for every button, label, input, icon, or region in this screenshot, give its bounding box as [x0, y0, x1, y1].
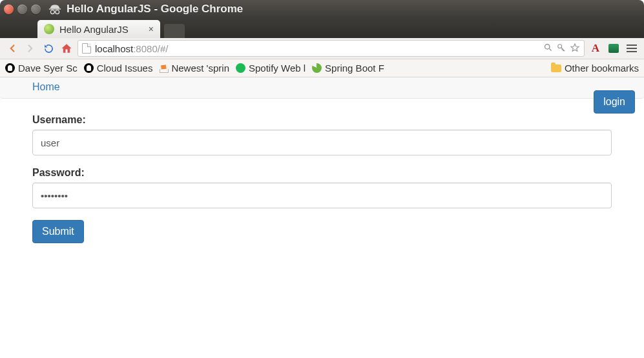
- bookmark-item[interactable]: Newest 'sprin: [159, 63, 229, 74]
- bookmark-item[interactable]: Dave Syer Sc: [5, 63, 78, 74]
- username-group: Username:: [32, 114, 612, 155]
- svg-point-1: [50, 10, 54, 14]
- tab-favicon-icon: [44, 24, 54, 34]
- bookmark-item[interactable]: Spring Boot F: [312, 63, 384, 74]
- window-minimize-button[interactable]: [17, 5, 27, 14]
- password-input[interactable]: [32, 183, 612, 208]
- tab-close-button[interactable]: ×: [149, 24, 154, 34]
- submit-button[interactable]: Submit: [32, 220, 84, 243]
- url-rest: :8080/#/: [133, 43, 168, 54]
- window-close-button[interactable]: [4, 5, 14, 14]
- back-button[interactable]: [5, 41, 19, 55]
- window-titlebar: Hello AngularJS - Google Chrome: [0, 0, 644, 18]
- chrome-menu-button[interactable]: [625, 41, 639, 55]
- browser-tab[interactable]: Hello AngularJS ×: [37, 20, 160, 38]
- bookmark-label: Dave Syer Sc: [18, 63, 78, 74]
- new-tab-button[interactable]: [164, 24, 185, 38]
- permissions-icon[interactable]: [557, 43, 566, 54]
- font-extension-icon[interactable]: A: [588, 41, 603, 55]
- username-input[interactable]: [32, 130, 612, 155]
- stackoverflow-icon: [159, 64, 168, 73]
- username-label: Username:: [32, 114, 612, 126]
- bookmark-item[interactable]: Spotify Web l: [236, 63, 306, 74]
- folder-icon: [551, 65, 561, 72]
- page-icon: [82, 43, 91, 54]
- incognito-icon: [47, 1, 63, 17]
- bookmark-label: Spotify Web l: [249, 63, 306, 74]
- svg-point-2: [56, 10, 59, 14]
- login-button[interactable]: login: [594, 90, 635, 114]
- github-icon: [84, 63, 94, 73]
- spotify-icon: [236, 63, 245, 73]
- url-text: localhost:8080/#/: [95, 43, 539, 54]
- top-nav-area: Home login: [0, 77, 644, 99]
- home-link[interactable]: Home: [32, 81, 60, 92]
- url-host: localhost: [95, 43, 133, 54]
- other-bookmarks-button[interactable]: Other bookmarks: [551, 63, 639, 74]
- svg-point-5: [558, 44, 562, 48]
- reload-button[interactable]: [41, 41, 56, 55]
- forward-button[interactable]: [23, 41, 37, 55]
- window-title: Hello AngularJS - Google Chrome: [67, 3, 243, 15]
- omnibox-right-icons: [543, 43, 580, 55]
- address-bar[interactable]: localhost:8080/#/: [78, 40, 585, 57]
- bookmark-star-icon[interactable]: [570, 43, 580, 55]
- browser-toolbar: localhost:8080/#/ A: [0, 38, 644, 59]
- tab-title: Hello AngularJS: [59, 24, 143, 35]
- window-controls: [4, 5, 41, 14]
- bookmark-label: Newest 'sprin: [171, 63, 229, 74]
- svg-point-4: [545, 45, 550, 50]
- spring-icon: [312, 63, 322, 73]
- password-group: Password:: [32, 167, 612, 208]
- page-content: Home login Username: Password: Submit: [0, 77, 644, 259]
- bookmark-item[interactable]: Cloud Issues: [84, 63, 153, 74]
- bookmark-label: Cloud Issues: [97, 63, 153, 74]
- password-label: Password:: [32, 167, 612, 179]
- tab-strip: Hello AngularJS ×: [0, 18, 644, 38]
- svg-rect-3: [66, 50, 68, 53]
- bookmarks-bar: Dave Syer Sc Cloud Issues Newest 'sprin …: [0, 59, 644, 77]
- other-bookmarks-label: Other bookmarks: [565, 63, 639, 74]
- github-icon: [5, 63, 15, 73]
- window-maximize-button[interactable]: [31, 5, 41, 14]
- svg-rect-0: [49, 8, 61, 10]
- extension-icon[interactable]: [607, 41, 621, 55]
- bookmark-label: Spring Boot F: [325, 63, 384, 74]
- home-button[interactable]: [59, 41, 74, 55]
- zoom-icon[interactable]: [543, 43, 553, 54]
- login-form: Username: Password: Submit: [0, 99, 644, 259]
